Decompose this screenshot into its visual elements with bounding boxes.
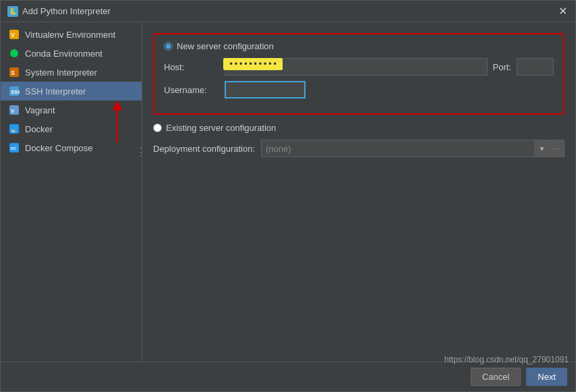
- svg-text:SSH: SSH: [11, 89, 20, 95]
- dialog-content: V Virtualenv Environment Conda Environme…: [1, 22, 575, 362]
- svg-text:🐋: 🐋: [11, 127, 17, 133]
- vagrant-icon: V: [9, 105, 20, 115]
- svg-point-2: [10, 49, 18, 57]
- sidebar-item-ssh-label: SSH Interpreter: [25, 86, 86, 96]
- docker-icon: 🐋: [9, 123, 20, 134]
- svg-text:DC: DC: [11, 146, 17, 150]
- host-input[interactable]: [225, 58, 488, 76]
- ssh-icon: SSH: [9, 86, 20, 96]
- virtualenv-icon: V: [9, 29, 20, 40]
- new-server-label[interactable]: New server configuration: [177, 41, 274, 51]
- sidebar-item-virtualenv[interactable]: V Virtualenv Environment: [1, 25, 142, 44]
- existing-server-radio-row: Existing server configuration: [153, 123, 565, 133]
- close-button[interactable]: ✕: [556, 5, 569, 18]
- sidebar-item-virtualenv-label: Virtualenv Environment: [25, 30, 115, 40]
- sidebar-item-docker-label: Docker: [25, 124, 53, 134]
- docker-compose-icon: DC: [9, 142, 20, 153]
- main-panel: New server configuration Host: Port: 100…: [142, 22, 575, 362]
- title-bar: 🐍 Add Python Interpreter ✕: [1, 1, 575, 22]
- resize-handle: ⋮: [142, 146, 146, 159]
- sidebar-item-vagrant-label: Vagrant: [25, 105, 55, 115]
- sidebar-item-ssh[interactable]: SSH SSH Interpreter: [1, 82, 142, 101]
- username-row: Username: root: [164, 81, 554, 99]
- system-icon: S: [9, 67, 20, 78]
- username-input[interactable]: root: [225, 81, 306, 99]
- deployment-row: Deployment configuration: (none) ▼ ···: [153, 140, 565, 157]
- existing-server-radio[interactable]: [153, 123, 162, 132]
- next-button[interactable]: Next: [526, 368, 567, 386]
- cancel-button[interactable]: Cancel: [471, 368, 521, 386]
- conda-icon: [9, 48, 20, 59]
- deployment-dots-button[interactable]: ···: [550, 140, 565, 157]
- deployment-dropdown-button[interactable]: ▼: [535, 140, 550, 157]
- sidebar: V Virtualenv Environment Conda Environme…: [1, 22, 142, 362]
- host-label: Host:: [164, 62, 225, 72]
- sidebar-item-conda-label: Conda Environment: [25, 49, 103, 59]
- new-server-radio[interactable]: [164, 42, 173, 51]
- port-label: Port:: [493, 62, 511, 72]
- sidebar-item-system-label: System Interpreter: [25, 67, 97, 78]
- new-server-radio-row: New server configuration: [164, 41, 554, 51]
- sidebar-item-docker-compose[interactable]: DC Docker Compose: [1, 138, 142, 157]
- svg-text:V: V: [11, 32, 15, 38]
- bottom-bar: Cancel Next: [1, 362, 575, 391]
- sidebar-item-conda[interactable]: Conda Environment: [1, 44, 142, 63]
- sidebar-item-docker-compose-label: Docker Compose: [25, 143, 92, 153]
- existing-server-section: Existing server configuration Deployment…: [153, 123, 565, 157]
- deployment-select-box: (none): [261, 140, 535, 157]
- port-input[interactable]: 10022: [517, 58, 554, 76]
- add-python-interpreter-dialog: 🐍 Add Python Interpreter ✕ V Virtualenv …: [0, 0, 576, 392]
- existing-server-label[interactable]: Existing server configuration: [166, 123, 276, 133]
- sidebar-item-docker[interactable]: 🐋 Docker: [1, 119, 142, 138]
- sidebar-item-system[interactable]: S System Interpreter: [1, 63, 142, 82]
- deployment-label: Deployment configuration:: [153, 144, 261, 154]
- username-label: Username:: [164, 85, 225, 95]
- sidebar-item-vagrant[interactable]: V Vagrant: [1, 101, 142, 119]
- svg-text:V: V: [11, 108, 15, 114]
- dialog-icon: 🐍: [7, 6, 18, 17]
- deployment-value: (none): [266, 144, 291, 154]
- dialog-title: Add Python Interpreter: [22, 6, 111, 16]
- title-bar-left: 🐍 Add Python Interpreter: [7, 6, 111, 17]
- host-row: Host: Port: 10022: [164, 58, 554, 76]
- svg-text:S: S: [11, 69, 15, 76]
- new-server-section: New server configuration Host: Port: 100…: [153, 33, 565, 115]
